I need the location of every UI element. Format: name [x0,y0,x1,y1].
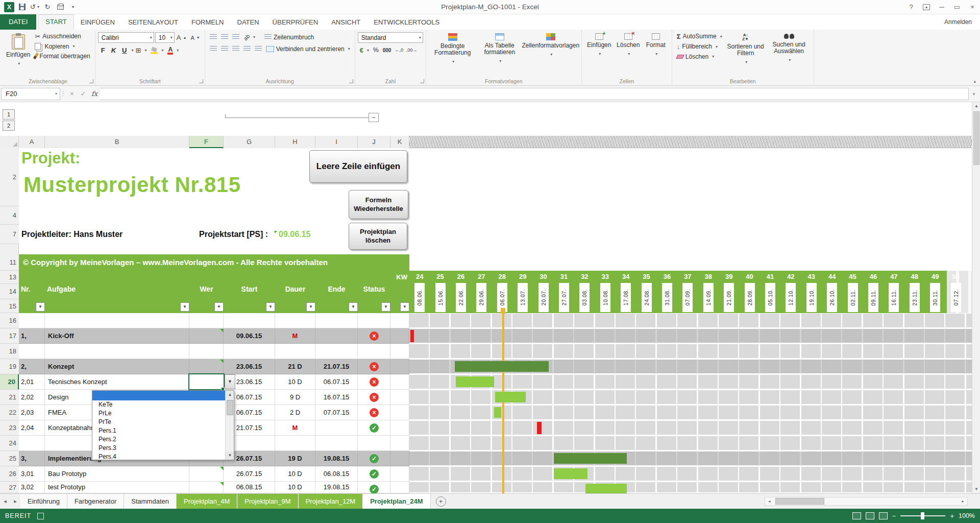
column-header-J[interactable]: J [358,136,390,148]
find-select-button[interactable]: Suchen und Auswählen▾ [767,31,811,65]
zoom-in-icon[interactable]: + [950,513,954,519]
ribbon-tab-entwicklertools[interactable]: ENTWICKLERTOOLS [367,15,446,30]
gantt-kw-24[interactable]: 24 [409,272,430,282]
cell-G16[interactable] [224,313,275,328]
borders-button[interactable]: ⊞▾ [134,45,149,56]
decrease-indent-button[interactable] [241,45,253,53]
column-header-I[interactable]: I [315,136,358,148]
gantt-kw-34[interactable]: 34 [616,272,636,282]
font-dialog-launcher-icon[interactable] [199,79,203,83]
cell-I18[interactable] [315,344,358,359]
scroll-left-icon[interactable]: ◂ [765,497,774,505]
cell-F19[interactable] [189,359,224,374]
row-header-17[interactable]: 17 [0,328,19,344]
gantt-kw-27[interactable]: 27 [471,272,492,282]
cell-A17[interactable]: 1, [19,328,45,344]
filter-button-K[interactable]: ▼ [400,302,409,312]
autosum-button[interactable]: ΣAutoSumme▾ [675,31,724,41]
cell-A26[interactable]: 3,01 [19,466,45,482]
cell-F18[interactable] [189,344,224,359]
cell-F16[interactable] [189,313,224,328]
ribbon-tab-formeln[interactable]: FORMELN [185,15,231,30]
cell-A25[interactable]: 3, [19,451,45,466]
gantt-kw-47[interactable]: 47 [884,272,904,282]
shrink-font-button[interactable]: A▼ [188,33,202,42]
row-header-11[interactable]: 11 [0,254,19,271]
clear-button[interactable]: Löschen▾ [675,52,724,61]
row-header-7[interactable]: 7 [0,225,19,244]
zoom-slider[interactable] [900,515,945,516]
cell-G26[interactable]: 26.07.15 [224,466,275,482]
row-header-25[interactable]: 25 [0,451,19,466]
cell-I17[interactable] [315,328,358,344]
cell-I19[interactable]: 21.07.15 [315,359,358,374]
selected-cell-F20[interactable] [188,373,225,390]
row-header-16[interactable]: 16 [0,313,19,328]
sheet-tab-farbgenerator[interactable]: Farbgenerator [67,494,124,509]
cell-H22[interactable]: 2 D [275,405,315,420]
cell-J16[interactable] [358,313,390,328]
select-all-corner[interactable] [0,136,19,148]
row-header-20[interactable]: 20 [0,374,19,390]
decrease-decimal-icon[interactable]: ,00→ [405,46,419,54]
name-box[interactable]: F20 ▾ [1,88,60,100]
dropdown-item-KeTe[interactable]: KeTe [92,400,226,409]
ribbon-tab-überprüfen[interactable]: ÜBERPRÜFEN [266,15,325,30]
zoom-slider-thumb[interactable] [921,512,924,519]
row-header-15[interactable]: 15 [0,299,19,313]
cell-I27[interactable]: 19.08.15 [315,482,358,493]
cell-K25[interactable] [390,451,409,466]
column-header-K[interactable]: K [390,136,409,148]
row-header-2[interactable]: 2 [0,148,19,206]
vertical-scrollbar[interactable]: ▲ ▼ [972,102,980,493]
cell-B26[interactable]: Bau Prototyp [45,466,189,482]
normal-view-icon[interactable] [852,512,861,519]
dropdown-item-Pers.2[interactable]: Pers.2 [92,435,226,444]
redo-icon[interactable]: ↻ [41,1,54,13]
row-header-18[interactable]: 18 [0,344,19,359]
ribbon-tab-start[interactable]: START [38,14,74,30]
cell-K17[interactable] [390,328,409,344]
restore-icon[interactable]: ▭ [949,0,965,14]
gantt-kw-32[interactable]: 32 [574,272,595,282]
gantt-kw-25[interactable]: 25 [430,272,450,282]
outline-level-1-button[interactable]: 1 [3,109,15,120]
save-icon[interactable] [16,1,28,13]
sheet-button-3[interactable]: Projektplan löschen [349,223,407,250]
paste-button[interactable]: Einfügen▾ [4,31,33,69]
row-header-24[interactable]: 24 [0,436,19,451]
gantt-kw-31[interactable]: 31 [554,272,574,282]
row-header-19[interactable]: 19 [0,359,19,374]
align-center-button[interactable] [219,45,230,53]
dropdown-item-PrLe[interactable]: PrLe [92,409,226,418]
align-top-button[interactable] [208,33,219,41]
format-as-table-button[interactable]: Als Tabelle formatieren▾ [477,31,523,66]
insert-function-icon[interactable]: fx [89,90,100,98]
gantt-kw-38[interactable]: 38 [698,272,719,282]
increase-decimal-icon[interactable]: ←,0 [393,46,405,54]
column-outline-collapse-button[interactable]: − [369,113,379,122]
row-header-4[interactable]: 4 [0,206,19,225]
fill-button[interactable]: ↓Füllbereich▾ [675,41,724,52]
align-left-button[interactable] [208,45,219,53]
fill-color-button[interactable]: ▾ [149,45,165,55]
scroll-down-icon[interactable]: ▼ [972,485,980,493]
dropdown-item-PrTe[interactable]: PrTe [92,418,226,426]
sort-filter-button[interactable]: A↓Z▼ Sortieren und Filtern▾ [724,31,767,67]
page-layout-view-icon[interactable] [866,512,874,519]
filter-button-B[interactable]: ▼ [180,302,189,312]
cell-K27[interactable] [390,482,409,493]
gantt-kw-42[interactable]: 42 [780,272,801,282]
cell-H26[interactable]: 10 D [275,466,315,482]
cell-B16[interactable] [45,313,189,328]
scroll-up-icon[interactable]: ▲ [972,102,980,110]
cell-B17[interactable]: Kick-Off [45,328,189,344]
cell-I22[interactable]: 07.07.15 [315,405,358,420]
cell-A22[interactable]: 2,03 [19,405,45,420]
gantt-kw-50[interactable]: 50 [945,272,966,282]
cell-H27[interactable]: 10 D [275,482,315,493]
cell-G17[interactable]: 09.06.15 [224,328,275,344]
gantt-kw-40[interactable]: 40 [739,272,760,282]
cell-A23[interactable]: 2,04 [19,420,45,436]
cell-J24[interactable] [358,436,390,451]
